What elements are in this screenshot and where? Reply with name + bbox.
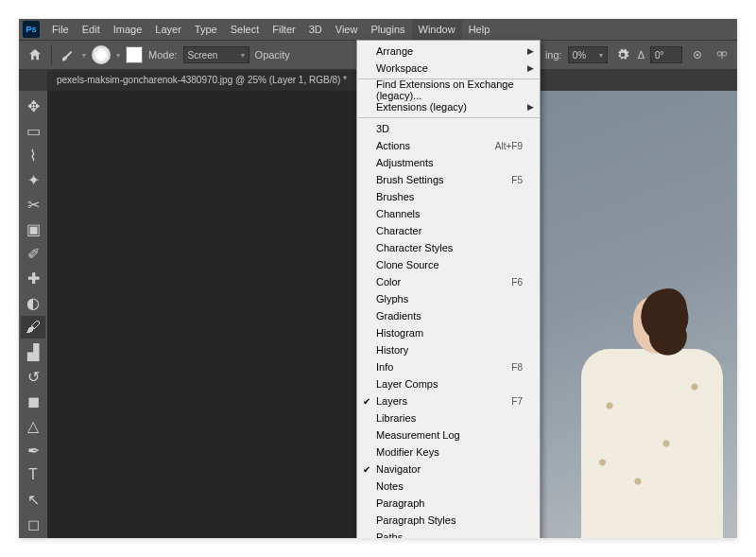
- menu-help[interactable]: Help: [462, 19, 497, 40]
- document-image: [515, 91, 737, 538]
- menu-type[interactable]: Type: [188, 19, 224, 40]
- menu-item-paragraph[interactable]: Paragraph: [357, 495, 540, 512]
- menu-item-actions[interactable]: ActionsAlt+F9: [357, 137, 540, 154]
- menu-window[interactable]: Window: [412, 19, 462, 40]
- menu-item-extensions-legacy-[interactable]: Extensions (legacy)▶: [357, 98, 540, 115]
- type-tool[interactable]: T: [21, 463, 45, 486]
- menu-filter[interactable]: Filter: [266, 19, 301, 40]
- angle-input[interactable]: 0°: [650, 46, 682, 63]
- menu-item-channels[interactable]: Channels: [357, 205, 540, 222]
- gear-icon[interactable]: [613, 45, 632, 64]
- menu-view[interactable]: View: [329, 19, 365, 40]
- menu-item-label: History: [376, 344, 523, 356]
- menu-file[interactable]: File: [45, 19, 76, 40]
- blur-tool[interactable]: △: [21, 414, 45, 437]
- menu-item-find-extensions-on-exchange-legacy-[interactable]: Find Extensions on Exchange (legacy)...: [357, 81, 540, 98]
- smoothing-label: ing:: [545, 49, 562, 61]
- pressure-icon[interactable]: [688, 45, 707, 64]
- menu-item-workspace[interactable]: Workspace▶: [357, 60, 540, 77]
- menu-item-clone-source[interactable]: Clone Source: [357, 256, 540, 273]
- menu-item-label: Modifier Keys: [376, 446, 523, 458]
- chevron-down-icon[interactable]: ▾: [116, 51, 120, 60]
- brush-settings-icon[interactable]: [126, 46, 143, 63]
- menu-item-label: Channels: [376, 208, 523, 219]
- heal-tool[interactable]: ✚: [21, 267, 45, 289]
- butterfly-icon[interactable]: [713, 45, 731, 64]
- history-brush-tool[interactable]: ↺: [21, 365, 45, 388]
- menu-item-arrange[interactable]: Arrange▶: [357, 43, 540, 60]
- menu-item-brush-settings[interactable]: Brush SettingsF5: [357, 171, 540, 188]
- menu-separator: [358, 117, 539, 118]
- mode-label: Mode:: [148, 49, 178, 61]
- menu-shortcut: F6: [511, 277, 523, 287]
- brush-tool[interactable]: 🖌: [21, 316, 45, 339]
- eyedropper-tool[interactable]: ✐: [21, 242, 45, 265]
- chevron-down-icon: ▾: [599, 51, 603, 60]
- menu-item-gradients[interactable]: Gradients: [357, 307, 540, 324]
- menu-item-libraries[interactable]: Libraries: [357, 409, 540, 426]
- menu-item-label: Arrange: [376, 45, 523, 57]
- menu-item-label: Actions: [376, 140, 495, 151]
- menu-shortcut: F7: [511, 396, 523, 407]
- menu-item-layer-comps[interactable]: Layer Comps: [357, 375, 540, 392]
- wand-tool[interactable]: ✦: [21, 168, 45, 191]
- menu-item-navigator[interactable]: ✔Navigator: [357, 461, 540, 478]
- menu-item-modifier-keys[interactable]: Modifier Keys: [357, 444, 540, 461]
- opacity-label: Opacity: [255, 49, 290, 61]
- pen-tool[interactable]: ✒: [21, 439, 45, 461]
- menu-item-info[interactable]: InfoF8: [357, 358, 540, 375]
- menu-item-paragraph-styles[interactable]: Paragraph Styles: [357, 512, 540, 529]
- menu-layer[interactable]: Layer: [148, 19, 188, 40]
- menu-image[interactable]: Image: [107, 19, 149, 40]
- brush-preset-icon[interactable]: [58, 45, 77, 64]
- menu-item-histogram[interactable]: Histogram: [357, 324, 540, 341]
- move-tool[interactable]: ✥: [21, 95, 45, 117]
- menu-plugins[interactable]: Plugins: [364, 19, 411, 40]
- menu-item-color[interactable]: ColorF6: [357, 273, 540, 290]
- menu-item-history[interactable]: History: [357, 341, 540, 358]
- home-icon[interactable]: [25, 44, 45, 65]
- menu-item-label: Adjustments: [376, 157, 523, 168]
- menu-item-paths[interactable]: Paths: [357, 529, 540, 538]
- document-tab[interactable]: pexels-maksim-goncharenok-4380970.jpg @ …: [47, 70, 356, 91]
- menu-item-label: Paragraph: [376, 497, 523, 509]
- smoothing-value: 0%: [573, 50, 586, 61]
- svg-point-1: [696, 54, 698, 56]
- menu-item-label: Extensions (legacy): [376, 101, 523, 113]
- menu-item-label: Workspace: [376, 62, 523, 74]
- path-tool[interactable]: ↖: [21, 488, 45, 511]
- menu-item-label: Color: [376, 276, 511, 287]
- menu-item-brushes[interactable]: Brushes: [357, 188, 540, 205]
- frame-tool[interactable]: ▣: [21, 218, 45, 240]
- menu-item-character[interactable]: Character: [357, 222, 540, 239]
- menu-item-adjustments[interactable]: Adjustments: [357, 154, 540, 171]
- blend-mode-select[interactable]: Screen ▾: [183, 46, 249, 63]
- submenu-arrow-icon: ▶: [527, 102, 534, 112]
- chevron-down-icon[interactable]: ▾: [82, 51, 86, 60]
- gradient-tool[interactable]: ◼: [21, 390, 45, 412]
- stamp-tool[interactable]: ▟: [21, 340, 45, 363]
- menu-3d[interactable]: 3D: [302, 19, 329, 40]
- menu-item-notes[interactable]: Notes: [357, 478, 540, 495]
- menu-item-character-styles[interactable]: Character Styles: [357, 239, 540, 256]
- shape-tool[interactable]: ◻: [21, 513, 45, 535]
- dodge-tool[interactable]: ◐: [21, 291, 45, 314]
- marquee-tool[interactable]: ▭: [21, 119, 45, 142]
- lasso-tool[interactable]: ⌇: [21, 144, 45, 166]
- menu-item-glyphs[interactable]: Glyphs: [357, 290, 540, 307]
- window-menu-dropdown: Arrange▶Workspace▶Find Extensions on Exc…: [356, 40, 541, 538]
- app-logo[interactable]: Ps: [23, 21, 40, 38]
- brush-size-preview[interactable]: [92, 45, 111, 64]
- crop-tool[interactable]: ✂: [21, 193, 45, 216]
- menu-item-measurement-log[interactable]: Measurement Log: [357, 426, 540, 444]
- menu-item-label: Histogram: [376, 327, 523, 339]
- menu-item-label: Character Styles: [376, 242, 523, 253]
- menu-select[interactable]: Select: [224, 19, 266, 40]
- app-window: Ps FileEditImageLayerTypeSelectFilter3DV…: [19, 19, 737, 538]
- menu-item-3d[interactable]: 3D: [357, 120, 540, 137]
- menu-item-label: Navigator: [376, 463, 523, 475]
- menu-item-layers[interactable]: ✔LayersF7: [357, 392, 540, 409]
- smoothing-select[interactable]: 0% ▾: [568, 46, 608, 63]
- check-icon: ✔: [363, 464, 370, 475]
- menu-edit[interactable]: Edit: [76, 19, 107, 40]
